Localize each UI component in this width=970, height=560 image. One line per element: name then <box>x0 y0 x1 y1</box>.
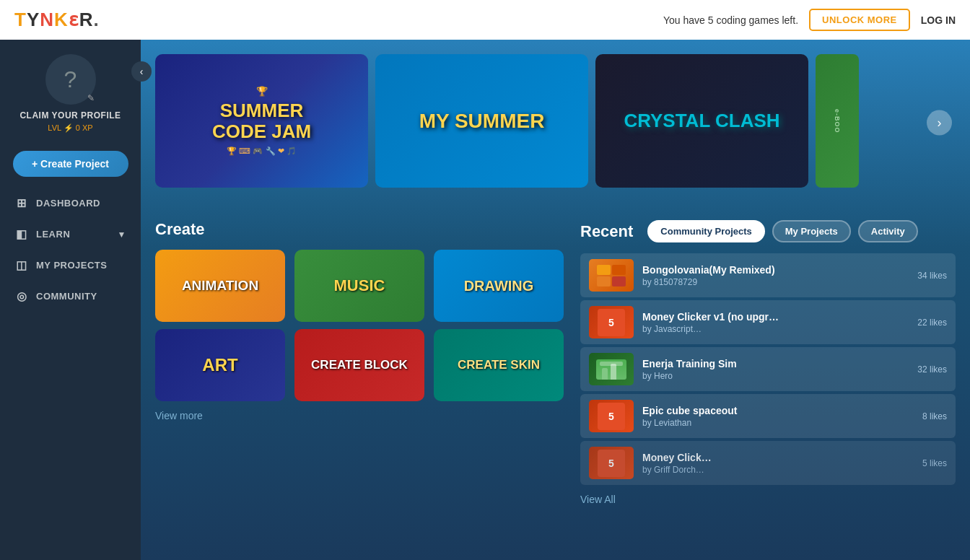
sidebar-item-dashboard[interactable]: ⊞ DASHBOARD <box>0 188 141 219</box>
learn-icon: ◧ <box>14 227 29 241</box>
thumb-epic: 5 <box>589 400 634 432</box>
recent-list: Bongolovania(My Remixed) by 815078729 34… <box>580 253 956 485</box>
topbar: TYNKɛR. You have 5 coding games left. UN… <box>0 0 970 40</box>
music-label: MUSIC <box>334 276 385 295</box>
recent-header: Recent Community Projects My Projects Ac… <box>580 220 956 242</box>
community-icon: ◎ <box>14 289 29 303</box>
recent-title-money: Money Clicker v1 (no upgr… <box>642 311 909 323</box>
recent-by-money: by Javascript… <box>642 324 909 334</box>
recent-likes-money: 22 likes <box>917 318 947 328</box>
topbar-left: TYNKɛR. <box>14 9 100 31</box>
recent-item-last[interactable]: 5 Money Click… by Griff Dorch… 5 likes <box>580 441 956 485</box>
drawing-label: DRAWING <box>464 278 534 294</box>
tab-my-projects[interactable]: My Projects <box>772 220 851 242</box>
recent-item-bongo[interactable]: Bongolovania(My Remixed) by 815078729 34… <box>580 253 956 297</box>
banner-card-ebook[interactable]: e-BOO <box>816 54 859 188</box>
main-layout: ‹ ? ✎ CLAIM YOUR PROFILE LVL ⚡ 0 XP + Cr… <box>0 40 970 560</box>
sidebar-item-learn-label: LEARN <box>36 229 70 240</box>
recent-by-bongo: by 815078729 <box>642 277 909 287</box>
avatar: ? ✎ <box>45 54 96 105</box>
create-card-create-skin[interactable]: CREATE SKIN <box>434 329 564 401</box>
recent-by-last: by Griff Dorch… <box>642 465 914 475</box>
animation-label: ANIMATION <box>182 278 258 294</box>
lvl-info: LVL ⚡ 0 XP <box>19 123 121 133</box>
create-card-animation[interactable]: ANIMATION <box>155 250 285 322</box>
create-heading: Create <box>155 220 566 239</box>
recent-info-epic: Epic cube spaceout by Leviathan <box>642 405 914 428</box>
thumb-last-inner: 5 <box>589 447 634 479</box>
recent-by-enerja: by Hero <box>642 371 909 381</box>
sidebar-item-my-projects-label: MY PROJECTS <box>36 260 107 271</box>
logo-text: T <box>14 9 27 30</box>
create-project-button[interactable]: + Create Project <box>13 151 128 177</box>
html5-badge-epic: 5 <box>598 403 625 430</box>
recent-info-bongo: Bongolovania(My Remixed) by 815078729 <box>642 264 909 287</box>
logo-dot: . <box>94 9 100 30</box>
html5-badge-money: 5 <box>598 309 625 336</box>
thumb-money-inner: 5 <box>589 306 634 338</box>
sidebar-item-my-projects[interactable]: ◫ MY PROJECTS <box>0 250 141 281</box>
recent-likes-enerja: 32 likes <box>917 364 947 375</box>
recent-info-last: Money Click… by Griff Dorch… <box>642 452 914 475</box>
tynker-logo: TYNKɛR. <box>14 9 100 31</box>
create-grid: ANIMATION MUSIC DRAWING ART CREATE BLOCK <box>155 250 566 401</box>
create-card-drawing[interactable]: DRAWING <box>434 250 564 322</box>
my-projects-icon: ◫ <box>14 258 29 272</box>
create-card-music[interactable]: MUSIC <box>294 250 424 322</box>
recent-heading: Recent <box>580 222 633 241</box>
sidebar: ‹ ? ✎ CLAIM YOUR PROFILE LVL ⚡ 0 XP + Cr… <box>0 40 141 560</box>
banner-carousel: 🏆 SUMMERCODE JAM 🏆 ⌨ 🎮 🔧 ❤ 🎵 MY SUMMER C… <box>141 40 970 206</box>
logo-y: Y <box>27 9 40 30</box>
sidebar-item-community[interactable]: ◎ COMMUNITY <box>0 281 141 312</box>
sidebar-toggle-button[interactable]: ‹ <box>131 61 152 82</box>
banner-next-button[interactable]: › <box>927 110 952 136</box>
html5-badge-last: 5 <box>598 450 625 477</box>
recent-title-epic: Epic cube spaceout <box>642 405 914 416</box>
thumb-epic-inner: 5 <box>589 400 634 432</box>
banner-card-my-summer[interactable]: MY SUMMER <box>375 54 588 188</box>
login-button[interactable]: LOG IN <box>921 14 956 26</box>
create-card-art[interactable]: ART <box>155 329 285 401</box>
createblock-label: CREATE BLOCK <box>307 358 411 372</box>
create-card-create-block[interactable]: CREATE BLOCK <box>294 329 424 401</box>
view-more-link[interactable]: View more <box>155 410 566 421</box>
thumb-last: 5 <box>589 447 634 479</box>
art-label: ART <box>202 355 237 375</box>
edit-profile-icon[interactable]: ✎ <box>87 93 95 103</box>
view-all-link[interactable]: View All <box>580 494 956 505</box>
tab-community-projects[interactable]: Community Projects <box>647 220 764 242</box>
avatar-area: ? ✎ CLAIM YOUR PROFILE LVL ⚡ 0 XP <box>19 54 121 133</box>
unlock-more-button[interactable]: UNLOCK MORE <box>809 9 910 31</box>
claim-profile-text[interactable]: CLAIM YOUR PROFILE <box>19 110 121 121</box>
recent-item-money[interactable]: 5 Money Clicker v1 (no upgr… by Javascri… <box>580 300 956 344</box>
recent-item-enerja[interactable]: Enerja Training Sim by Hero 32 likes <box>580 347 956 391</box>
recent-section: Recent Community Projects My Projects Ac… <box>580 220 956 505</box>
ebook-label: e-BOO <box>834 109 841 134</box>
learn-expand-icon: ▼ <box>118 229 126 240</box>
logo-r: R <box>79 9 94 30</box>
banner-card-summer-code-jam[interactable]: 🏆 SUMMERCODE JAM 🏆 ⌨ 🎮 🔧 ❤ 🎵 <box>155 54 368 188</box>
tab-activity[interactable]: Activity <box>858 220 918 242</box>
createskin-label: CREATE SKIN <box>454 358 543 372</box>
banner-card-crystal-clash[interactable]: CRYSTAL CLASH <box>595 54 808 188</box>
bottom-section: Create ANIMATION MUSIC DRAWING ART <box>141 206 970 520</box>
create-section: Create ANIMATION MUSIC DRAWING ART <box>155 220 566 505</box>
recent-title-bongo: Bongolovania(My Remixed) <box>642 264 909 276</box>
topbar-right: You have 5 coding games left. UNLOCK MOR… <box>663 9 956 31</box>
thumb-money: 5 <box>589 306 634 338</box>
recent-info-enerja: Enerja Training Sim by Hero <box>642 358 909 381</box>
recent-likes-last: 5 likes <box>922 458 947 468</box>
recent-item-epic[interactable]: 5 Epic cube spaceout by Leviathan 8 like… <box>580 394 956 438</box>
avatar-icon: ? <box>64 66 77 93</box>
recent-title-enerja: Enerja Training Sim <box>642 358 909 369</box>
recent-info-money: Money Clicker v1 (no upgr… by Javascript… <box>642 311 909 334</box>
logo-e: ɛ <box>69 9 79 30</box>
thumb-enerja <box>589 353 634 385</box>
content-area: 🏆 SUMMERCODE JAM 🏆 ⌨ 🎮 🔧 ❤ 🎵 MY SUMMER C… <box>141 40 970 560</box>
recent-by-epic: by Leviathan <box>642 418 914 428</box>
logo-n: N <box>40 9 54 30</box>
sidebar-item-learn[interactable]: ◧ LEARN ▼ <box>0 219 141 250</box>
thumb-bongo <box>589 259 634 292</box>
topbar-message: You have 5 coding games left. <box>663 14 798 26</box>
recent-title-last: Money Click… <box>642 452 914 463</box>
